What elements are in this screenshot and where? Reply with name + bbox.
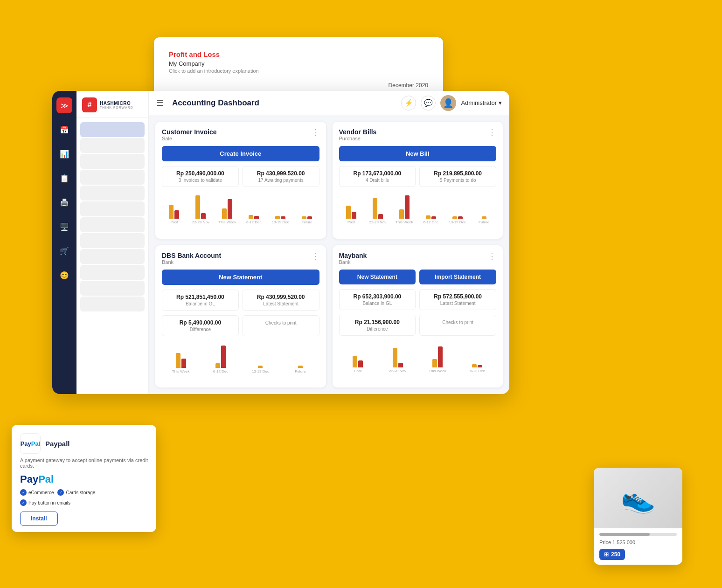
sidebar-nav-items	[76, 118, 148, 394]
bar-13dec-orange	[275, 216, 280, 219]
maybank-difference-amount: Rp 21,156,900.00	[344, 319, 411, 325]
logo-name: HASHMICRO	[100, 101, 133, 106]
dbs-new-statement-button[interactable]: New Statement	[162, 270, 319, 285]
mb-bar-past: Past	[339, 356, 377, 373]
nav-item-9[interactable]	[80, 249, 145, 264]
dbs-bar-13dec-label: 13-19 Dec	[252, 369, 269, 374]
bar-13-19-dec: 13-19 Dec	[268, 216, 293, 224]
draft-bills-stat: Rp 173,673,000.00 4 Draft bills	[339, 166, 416, 187]
sidebar-icon-print[interactable]: 🖨️	[56, 194, 72, 210]
sidebar-icon-monitor[interactable]: 🖥️	[56, 219, 72, 235]
dbs-bank-menu[interactable]: ⋮	[311, 252, 319, 260]
sidebar-icon-chart[interactable]: 📊	[56, 146, 72, 162]
nav-item-12[interactable]	[80, 297, 145, 311]
mb-bar-past-red	[358, 360, 363, 367]
create-invoice-button[interactable]: Create Invoice	[162, 146, 319, 161]
nav-item-1[interactable]	[80, 122, 145, 137]
maybank-latest-label: Latest Statement	[424, 301, 491, 306]
sidebar-icon-user[interactable]: 😊	[56, 267, 72, 283]
mb-bar-nov-orange	[393, 348, 397, 367]
dbs-bar-week: This Week	[162, 353, 200, 374]
vb-bar-6dec: 6-12 Dec	[418, 215, 443, 224]
dbs-stats-row1: Rp 521,851,450.00 Balance in GL Rp 430,9…	[162, 290, 319, 311]
paypal-features: ✓ eCommerce ✓ Cards storage ✓ Pay button…	[20, 489, 148, 506]
product-badge-count: 250	[611, 551, 620, 558]
nav-item-6[interactable]	[80, 201, 145, 216]
dbs-bar-future: Future	[281, 366, 319, 374]
user-name: Administrator	[461, 99, 497, 106]
nav-item-11[interactable]	[80, 281, 145, 296]
logo-text: HASHMICRO THINK FORWARD	[100, 101, 133, 109]
nav-item-7[interactable]	[80, 217, 145, 232]
maybank-card: Maybank Bank ⋮ New Statement Import Stat…	[333, 245, 503, 388]
customer-invoice-chart: Past 22-28 Nov This	[162, 192, 319, 224]
maybank-checks-stat: Checks to print	[419, 315, 496, 336]
invoices-validate-label: 3 Invoices to validate	[167, 178, 234, 183]
mb-bar-week: This Week	[418, 346, 456, 373]
topbar: ☰ Accounting Dashboard ⚡ 💬 👤 Administrat…	[149, 91, 509, 115]
customer-invoice-menu[interactable]: ⋮	[311, 128, 319, 137]
nav-item-4[interactable]	[80, 170, 145, 185]
nav-item-5[interactable]	[80, 186, 145, 201]
check-pay-button-icon: ✓	[20, 499, 27, 506]
mb-bar-past-orange	[353, 356, 357, 367]
vb-bar-week-orange	[399, 209, 404, 219]
user-menu[interactable]: Administrator ▾	[461, 99, 502, 106]
dbs-bar-6dec-label: 6-12 Dec	[213, 369, 228, 374]
dbs-bar-6dec-orange	[215, 363, 220, 368]
dbs-stats-row2: Rp 5,490,000.00 Difference Checks to pri…	[162, 315, 319, 336]
nav-item-8[interactable]	[80, 233, 145, 248]
maybank-difference-label: Difference	[344, 326, 411, 332]
lightning-button[interactable]: ⚡	[401, 96, 416, 111]
mb-bar-6dec-label: 6-12 Dec	[470, 369, 485, 373]
nav-item-3[interactable]	[80, 154, 145, 169]
sidebar-icon-shop[interactable]: 🛒	[56, 243, 72, 259]
vb-bar-nov-red	[378, 214, 383, 219]
bar-13dec-label: 13-19 Dec	[272, 220, 289, 224]
bar-past-orange	[169, 205, 174, 219]
new-bill-button[interactable]: New Bill	[339, 146, 497, 161]
dbs-balance-label: Balance in GL	[167, 301, 234, 306]
product-price-bar	[599, 533, 677, 536]
mb-bar-6dec-red	[478, 365, 482, 367]
vb-bar-past-red	[352, 212, 356, 219]
sidebar-nav: # HASHMICRO THINK FORWARD	[76, 91, 149, 394]
payments-to-do-label: 5 Payments to do	[424, 178, 491, 183]
sidebar-icon-calendar[interactable]: 📅	[56, 122, 72, 138]
vb-bar-6dec-red	[431, 216, 436, 219]
nav-item-2[interactable]	[80, 138, 145, 153]
dbs-bar-week-orange	[176, 353, 180, 368]
invoices-validate-stat: Rp 250,490,000.00 3 Invoices to validate	[162, 166, 239, 187]
bar-6dec-label: 6-12 Dec	[246, 220, 261, 224]
sidebar-icon-list[interactable]: 📋	[56, 170, 72, 186]
check-ecommerce-icon: ✓	[20, 489, 27, 496]
maybank-new-statement-button[interactable]: New Statement	[339, 270, 416, 284]
maybank-header: Maybank Bank ⋮	[339, 252, 497, 265]
vb-bar-future-orange	[482, 216, 486, 219]
check-cards-icon: ✓	[57, 489, 64, 496]
menu-icon[interactable]: ☰	[156, 98, 164, 108]
app-window: ≫ 📅 📊 📋 🖨️ 🖥️ 🛒 😊 # HASHMICRO TH	[52, 91, 509, 394]
install-button[interactable]: Install	[20, 512, 58, 526]
dbs-latest-amount: Rp 430,999,520.00	[248, 294, 314, 300]
chat-button[interactable]: 💬	[421, 96, 436, 111]
bar-week-orange	[222, 208, 227, 219]
pl-card-date: December 2020	[169, 82, 428, 89]
feature-pay-button: ✓ Pay button in emails	[20, 499, 70, 506]
vb-bar-week: This Week	[392, 195, 417, 224]
bar-6dec-red	[254, 216, 259, 219]
sidebar-icon-double-arrow[interactable]: ≫	[56, 97, 72, 113]
nav-item-10[interactable]	[80, 265, 145, 280]
dbs-balance-amount: Rp 521,851,450.00	[167, 294, 234, 300]
product-price: Price 1.525.000,	[599, 540, 677, 545]
dbs-bank-subtitle: Bank	[162, 259, 221, 265]
maybank-chart: Past 22-28 Nov This	[339, 340, 497, 373]
maybank-menu[interactable]: ⋮	[488, 252, 496, 260]
maybank-import-statement-button[interactable]: Import Statement	[419, 270, 496, 284]
vendor-bills-menu[interactable]: ⋮	[488, 128, 496, 137]
vendor-bills-chart: Past 22-28 Nov This	[339, 192, 497, 224]
bar-13dec-red	[281, 216, 285, 219]
maybank-balance-stat: Rp 652,303,900.00 Balance in GL	[339, 289, 416, 310]
vb-bar-6dec-orange	[426, 215, 430, 219]
dbs-latest-label: Latest Statement	[248, 301, 314, 306]
